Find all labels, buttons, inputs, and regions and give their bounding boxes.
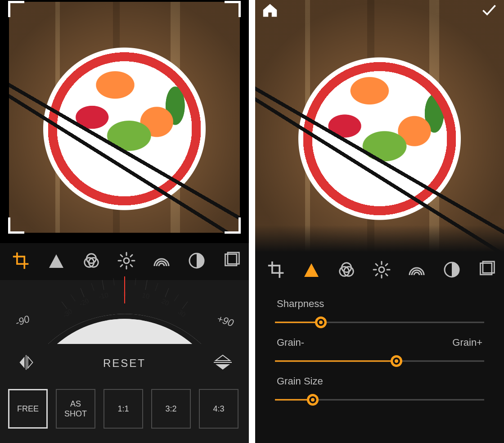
svg-line-18: [71, 294, 75, 301]
crop-icon: [267, 261, 285, 280]
svg-line-11: [165, 288, 169, 297]
tab-bw[interactable]: [434, 252, 469, 289]
svg-line-9: [145, 280, 147, 290]
grain-minus-label: Grain-: [277, 337, 304, 348]
check-icon: [481, 12, 498, 20]
aspect-ratio-row[interactable]: FREE AS SHOT 1:1 3:2 4:3: [0, 379, 249, 429]
photo-preview[interactable]: [9, 2, 240, 233]
rainbow-icon: [408, 261, 426, 280]
sharpen-screen: Sharpness Grain- Grain+: [255, 0, 504, 443]
tab-frames[interactable]: [469, 252, 504, 289]
sharpness-slider[interactable]: [275, 316, 484, 329]
tab-light[interactable]: [364, 252, 399, 289]
overlap-circles-icon: [338, 261, 356, 280]
svg-line-13: [182, 302, 188, 309]
grain-size-label: Grain Size: [277, 375, 323, 387]
svg-line-12: [62, 302, 67, 309]
tab-light[interactable]: [109, 243, 144, 280]
grain-slider-block: Grain- Grain+: [275, 337, 484, 367]
triangle-icon: [47, 252, 65, 271]
svg-text:10: 10: [141, 291, 150, 300]
svg-text:20: 20: [160, 297, 170, 307]
sharpen-controls-panel: Sharpness Grain- Grain+: [255, 252, 504, 443]
crop-controls-panel: 0 -10 10 -20 20 -30 30 -90 +90: [0, 243, 249, 443]
svg-text:-10: -10: [98, 291, 109, 300]
ratio-4-3[interactable]: 4:3: [199, 389, 238, 429]
svg-line-8: [102, 280, 104, 290]
grain-size-slider-block: Grain Size: [275, 375, 484, 406]
flip-vertical-button[interactable]: [212, 353, 234, 373]
top-bar: [255, 0, 504, 22]
grain-slider[interactable]: [275, 355, 484, 367]
confirm-button[interactable]: [481, 1, 498, 20]
crop-icon: [12, 252, 30, 271]
flip-vertical-icon: [212, 365, 234, 373]
grain-size-slider[interactable]: [275, 393, 484, 406]
rotate-minus-90-button[interactable]: -90: [14, 313, 31, 329]
tool-tabs: [255, 252, 504, 289]
tab-filters[interactable]: [74, 243, 109, 280]
ratio-3-2[interactable]: 3:2: [151, 389, 191, 429]
reset-button[interactable]: RESET: [103, 357, 146, 370]
rotation-dial[interactable]: 0 -10 10 -20 20 -30 30: [44, 276, 206, 344]
home-icon: [261, 12, 279, 20]
rotation-dial-area: 0 -10 10 -20 20 -30 30 -90 +90: [0, 280, 249, 348]
brightness-icon: [117, 252, 135, 271]
svg-text:-20: -20: [78, 297, 90, 307]
svg-line-17: [155, 283, 158, 291]
svg-line-10: [81, 288, 84, 297]
grain-plus-label: Grain+: [452, 337, 482, 348]
tab-sharpen[interactable]: [39, 243, 74, 280]
photo-preview[interactable]: [255, 0, 504, 252]
frames-icon: [223, 252, 241, 271]
svg-line-19: [174, 294, 179, 301]
crop-screen: 0 -10 10 -20 20 -30 30 -90 +90: [0, 0, 249, 443]
svg-text:30: 30: [176, 308, 187, 319]
half-circle-ab-icon: [443, 261, 461, 280]
svg-text:-30: -30: [61, 307, 73, 319]
tab-sharpen[interactable]: [294, 252, 329, 289]
half-circle-ab-icon: [188, 252, 206, 271]
svg-line-15: [135, 278, 136, 285]
svg-line-14: [113, 278, 114, 285]
ratio-free[interactable]: FREE: [8, 389, 48, 429]
rainbow-icon: [153, 252, 171, 271]
svg-line-16: [91, 283, 94, 291]
ratio-1-1[interactable]: 1:1: [104, 389, 143, 429]
sharpness-label: Sharpness: [277, 298, 324, 310]
tab-color[interactable]: [399, 252, 434, 289]
tab-frames[interactable]: [214, 243, 249, 280]
sharpness-slider-block: Sharpness: [275, 298, 484, 329]
overlap-circles-icon: [82, 252, 100, 271]
frames-icon: [478, 261, 496, 280]
triangle-icon: [302, 261, 320, 280]
tool-tabs: [0, 243, 249, 280]
flip-horizontal-icon: [15, 365, 37, 373]
tab-filters[interactable]: [329, 252, 364, 289]
rotate-plus-90-button[interactable]: +90: [216, 313, 235, 329]
tab-color[interactable]: [144, 243, 179, 280]
flip-horizontal-button[interactable]: [15, 353, 37, 373]
home-button[interactable]: [261, 1, 279, 20]
brightness-icon: [373, 261, 391, 280]
tab-crop[interactable]: [4, 243, 39, 280]
tab-crop[interactable]: [259, 252, 294, 289]
ratio-as-shot[interactable]: AS SHOT: [56, 389, 95, 429]
tab-bw[interactable]: [179, 243, 214, 280]
